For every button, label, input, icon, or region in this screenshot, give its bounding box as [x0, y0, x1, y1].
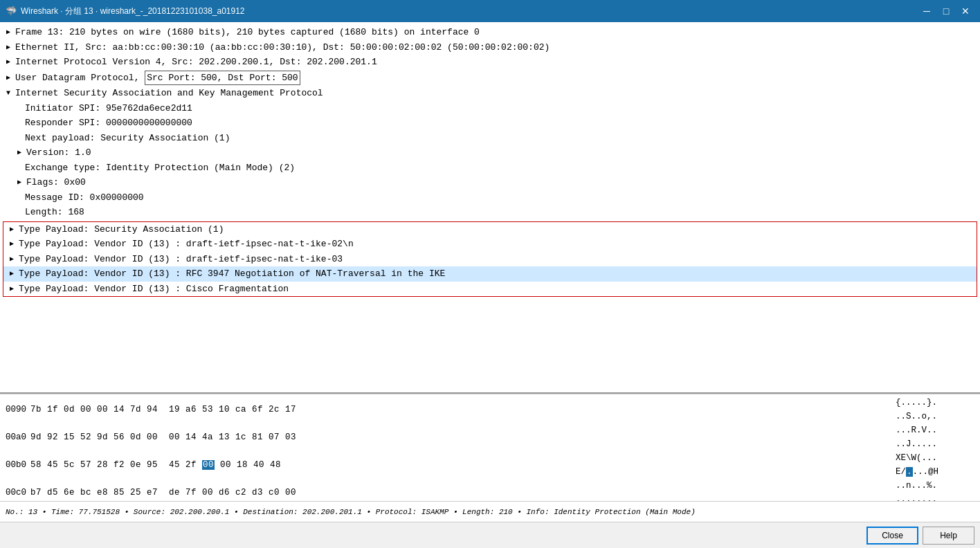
hex-bytes: 7b 1f 0d 00 00 14 7d 94 19 a6 53 10 ca 6… — [30, 403, 884, 417]
payload-sa-toggle[interactable]: ▶ — [6, 223, 17, 235]
ethernet-text: Ethernet II, Src: aa:bb:cc:00:30:10 (aa:… — [15, 41, 550, 55]
flags-row[interactable]: ▶ Flags: 0x00 — [0, 175, 980, 190]
ip-row[interactable]: ▶ Internet Protocol Version 4, Src: 202.… — [0, 55, 980, 70]
title-text: Wireshark · 分组 13 · wireshark_-_20181223… — [21, 6, 918, 17]
hex-row-00a0: 00a0 9d 92 15 52 9d 56 0d 00 00 14 4a 13… — [6, 423, 974, 451]
status-text: No.: 13 • Time: 77.751528 • Source: 202.… — [6, 508, 696, 516]
flags-toggle[interactable]: ▶ — [14, 177, 25, 188]
close-button[interactable]: Close — [866, 527, 918, 545]
next-payload-text: Next payload: Security Association (1) — [25, 131, 230, 145]
udp-text: User Datagram Protocol, — [15, 71, 145, 85]
hex-dump-pane[interactable]: 0090 7b 1f 0d 00 00 14 7d 94 19 a6 53 10… — [0, 394, 980, 501]
payload-vid4-toggle[interactable]: ▶ — [6, 283, 17, 294]
hex-ascii: {.....}. ..S..o,. — [884, 396, 974, 423]
isakmp-text: Internet Security Association and Key Ma… — [15, 86, 323, 100]
ip-toggle[interactable]: ▶ — [3, 57, 14, 68]
isakmp-toggle[interactable]: ▼ — [3, 88, 14, 99]
ip-text: Internet Protocol Version 4, Src: 202.20… — [15, 55, 377, 69]
hex-offset: 00b0 — [6, 458, 30, 472]
hex-ascii: ..n...%. ........ — [884, 479, 974, 501]
payload-sa-text: Type Payload: Security Association (1) — [19, 223, 224, 237]
isakmp-row[interactable]: ▼ Internet Security Association and Key … — [0, 86, 980, 101]
hex-bytes: 9d 92 15 52 9d 56 0d 00 00 14 4a 13 1c 8… — [30, 430, 884, 444]
next-payload-row[interactable]: Next payload: Security Association (1) — [0, 131, 980, 146]
udp-row[interactable]: ▶ User Datagram Protocol, Src Port: 500,… — [0, 70, 980, 86]
hex-ascii: XE\W(... E/....@H — [884, 451, 974, 479]
payload-vid2-toggle[interactable]: ▶ — [6, 253, 17, 264]
packet-detail-pane[interactable]: ▶ Frame 13: 210 bytes on wire (1680 bits… — [0, 22, 980, 394]
window-controls: ─ □ ✕ — [918, 3, 974, 19]
hex-highlight-byte: 00 — [202, 460, 215, 470]
hex-ascii: ...R.V.. ..J..... — [884, 423, 974, 451]
responder-row[interactable]: Responder SPI: 0000000000000000 — [0, 116, 980, 131]
ethernet-toggle[interactable]: ▶ — [3, 42, 14, 53]
help-button[interactable]: Help — [923, 527, 974, 545]
hex-row-0090: 0090 7b 1f 0d 00 00 14 7d 94 19 a6 53 10… — [6, 396, 974, 423]
version-row[interactable]: ▶ Version: 1.0 — [0, 145, 980, 161]
flags-text: Flags: 0x00 — [26, 176, 86, 190]
payload-vid1-toggle[interactable]: ▶ — [6, 239, 17, 250]
title-bar: 🦈 Wireshark · 分组 13 · wireshark_-_201812… — [0, 0, 980, 22]
msgid-text: Message ID: 0x00000000 — [25, 191, 144, 205]
payload-vid2-text: Type Payload: Vendor ID (13) : draft-iet… — [19, 253, 343, 266]
payload-vid2-row[interactable]: ▶ Type Payload: Vendor ID (13) : draft-i… — [3, 252, 977, 267]
payload-vid3-row[interactable]: ▶ Type Payload: Vendor ID (13) : RFC 394… — [3, 266, 977, 282]
exchange-row[interactable]: Exchange type: Identity Protection (Main… — [0, 161, 980, 176]
hex-offset: 0090 — [6, 403, 30, 417]
hex-offset: 00c0 — [6, 486, 30, 500]
hex-row-00b0: 00b0 58 45 5c 57 28 f2 0e 95 45 2f 00 00… — [6, 451, 974, 479]
payload-vid3-text: Type Payload: Vendor ID (13) : RFC 3947 … — [19, 267, 445, 281]
responder-text: Responder SPI: 0000000000000000 — [25, 116, 192, 130]
hex-bytes: 58 45 5c 57 28 f2 0e 95 45 2f 00 00 18 4… — [30, 458, 884, 472]
msgid-row[interactable]: Message ID: 0x00000000 — [0, 190, 980, 206]
hex-highlight-ascii: . — [906, 467, 913, 477]
frame-text: Frame 13: 210 bytes on wire (1680 bits),… — [15, 26, 480, 39]
status-bar: No.: 13 • Time: 77.751528 • Source: 202.… — [0, 501, 980, 522]
app-icon: 🦈 — [6, 6, 17, 17]
exchange-text: Exchange type: Identity Protection (Main… — [25, 161, 295, 175]
udp-port-highlight: Src Port: 500, Dst Port: 500 — [145, 71, 300, 86]
length-row[interactable]: Length: 168 — [0, 205, 980, 220]
payload-vid4-row[interactable]: ▶ Type Payload: Vendor ID (13) : Cisco F… — [3, 282, 977, 297]
hex-row-00c0: 00c0 b7 d5 6e bc e8 85 25 e7 de 7f 00 d6… — [6, 479, 974, 501]
frame-toggle[interactable]: ▶ — [3, 27, 14, 38]
payload-vid4-text: Type Payload: Vendor ID (13) : Cisco Fra… — [19, 282, 289, 296]
payloads-section: ▶ Type Payload: Security Association (1)… — [3, 221, 977, 298]
version-toggle[interactable]: ▶ — [14, 147, 25, 158]
main-content: ▶ Frame 13: 210 bytes on wire (1680 bits… — [0, 22, 980, 548]
frame-row[interactable]: ▶ Frame 13: 210 bytes on wire (1680 bits… — [0, 25, 980, 40]
hex-offset: 00a0 — [6, 430, 30, 444]
initiator-row[interactable]: Initiator SPI: 95e762da6ece2d11 — [0, 101, 980, 116]
version-text: Version: 1.0 — [26, 146, 91, 160]
length-text: Length: 168 — [25, 206, 84, 219]
payload-sa-row[interactable]: ▶ Type Payload: Security Association (1) — [3, 222, 977, 237]
ethernet-row[interactable]: ▶ Ethernet II, Src: aa:bb:cc:00:30:10 (a… — [0, 40, 980, 55]
udp-toggle[interactable]: ▶ — [3, 72, 14, 83]
initiator-text: Initiator SPI: 95e762da6ece2d11 — [25, 102, 192, 116]
minimize-button[interactable]: ─ — [918, 3, 936, 19]
window-close-button[interactable]: ✕ — [956, 3, 974, 19]
payload-vid1-row[interactable]: ▶ Type Payload: Vendor ID (13) : draft-i… — [3, 237, 977, 252]
payload-vid3-toggle[interactable]: ▶ — [6, 268, 17, 280]
button-bar: Close Help — [0, 522, 980, 548]
hex-bytes: b7 d5 6e bc e8 85 25 e7 de 7f 00 d6 c2 d… — [30, 486, 884, 500]
maximize-button[interactable]: □ — [937, 3, 955, 19]
payload-vid1-text: Type Payload: Vendor ID (13) : draft-iet… — [19, 237, 354, 251]
